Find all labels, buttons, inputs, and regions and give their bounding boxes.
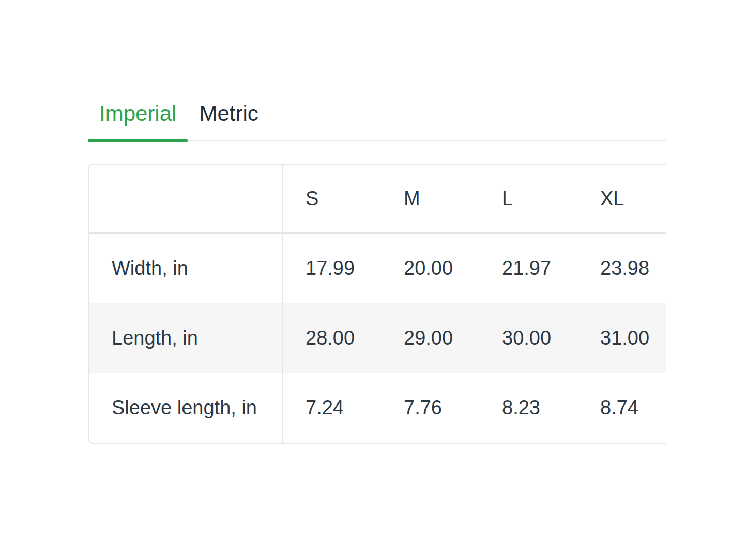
column-header-l: L	[479, 165, 577, 234]
cell-length-s: 28.00	[283, 303, 381, 373]
tab-metric-label: Metric	[199, 102, 258, 126]
cell-length-m: 29.00	[381, 303, 479, 373]
row-label: Length, in	[89, 303, 283, 373]
table-row-sleeve-length: Sleeve length, in 7.24 7.76 8.23 8.74	[89, 373, 666, 443]
cell-length-l: 30.00	[479, 303, 577, 373]
unit-tabs: Imperial Metric	[88, 101, 666, 141]
row-label: Sleeve length, in	[89, 373, 283, 443]
cell-length-xl: 31.00	[577, 303, 666, 373]
column-header-m: M	[381, 165, 479, 234]
tab-imperial[interactable]: Imperial	[88, 101, 188, 140]
column-header-xl: XL	[577, 165, 666, 234]
table-row-width: Width, in 17.99 20.00 21.97 23.98	[89, 234, 666, 303]
cell-sleeve-s: 7.24	[283, 373, 381, 443]
tab-metric[interactable]: Metric	[188, 101, 269, 140]
column-header-s: S	[283, 165, 381, 234]
row-label: Width, in	[89, 234, 283, 303]
header-row: S M L XL	[89, 165, 666, 234]
cell-sleeve-xl: 8.74	[577, 373, 666, 443]
cell-sleeve-l: 8.23	[479, 373, 577, 443]
cell-width-l: 21.97	[479, 234, 577, 303]
cell-width-s: 17.99	[283, 234, 381, 303]
tab-imperial-label: Imperial	[99, 102, 176, 126]
table-row-length: Length, in 28.00 29.00 30.00 31.00	[89, 303, 666, 373]
size-table: S M L XL Width, in 17.99 20.00 21.97 23.…	[88, 164, 666, 444]
size-chart-panel: Imperial Metric S M L XL	[88, 101, 666, 444]
cell-width-xl: 23.98	[577, 234, 666, 303]
cell-sleeve-m: 7.76	[381, 373, 479, 443]
size-table-container: S M L XL Width, in 17.99 20.00 21.97 23.…	[88, 164, 666, 444]
cell-width-m: 20.00	[381, 234, 479, 303]
corner-cell	[89, 165, 283, 234]
